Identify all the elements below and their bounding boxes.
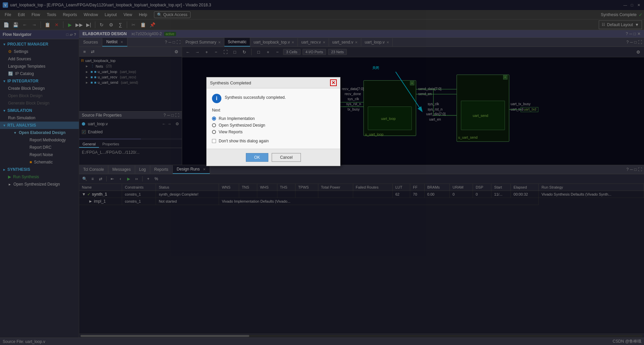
dialog-info-text: Synthesis successfully completed. [225,94,286,100]
dialog-overlay: Synthesis Completed ✕ i Synthesis succes… [0,0,644,345]
synthesis-completed-dialog: Synthesis Completed ✕ i Synthesis succes… [206,77,340,166]
radio-run-impl-circle [212,117,216,121]
radio-view-reports-circle [212,130,216,134]
radio-open-synthesized[interactable]: Open Synthesized Design [212,122,335,129]
dialog-close-button[interactable]: ✕ [330,79,337,86]
ok-button[interactable]: OK [246,153,268,162]
dialog-info: i Synthesis successfully completed. [212,94,335,103]
dont-show-label: Don't show this dialog again [219,139,269,143]
dialog-titlebar: Synthesis Completed ✕ [207,77,340,88]
dont-show-checkbox[interactable] [212,139,216,143]
radio-open-syn-circle [212,123,216,127]
dialog-dont-show-row: Don't show this dialog again [212,139,335,143]
radio-open-syn-label: Open Synthesized Design [219,123,265,128]
radio-run-impl-label: Run Implementation [219,116,255,121]
info-icon: i [212,94,221,103]
dialog-buttons: OK Cancel [207,149,340,166]
dialog-next-label: Next [212,108,335,113]
radio-view-reports[interactable]: View Reports [212,129,335,135]
cancel-button[interactable]: Cancel [272,153,301,162]
radio-run-implementation[interactable]: Run Implementation [212,115,335,122]
dialog-title: Synthesis Completed [210,80,251,85]
radio-view-reports-label: View Reports [219,130,243,134]
dialog-body: i Synthesis successfully completed. Next… [207,88,340,149]
